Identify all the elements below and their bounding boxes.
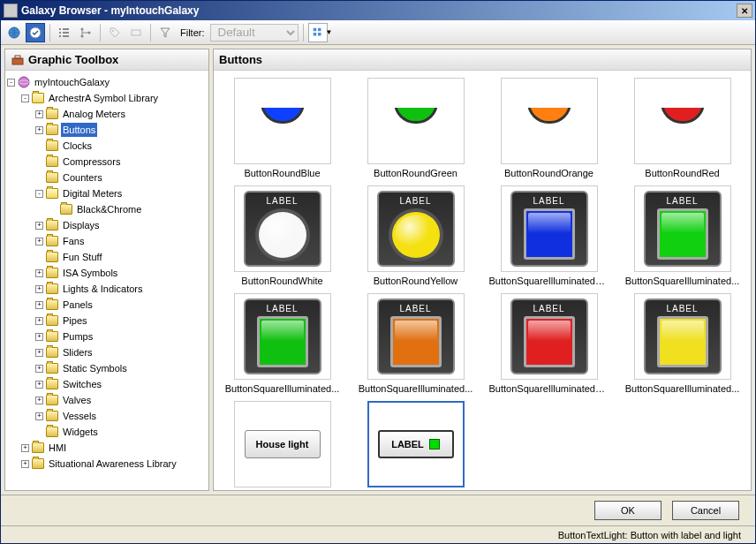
tree-header: Graphic Toolbox: [5, 49, 208, 71]
thumbnail-item[interactable]: LABELButtonRoundWhite: [217, 185, 347, 286]
toolbar-tree-icon[interactable]: [76, 23, 95, 42]
tree-item[interactable]: +HMI: [7, 440, 207, 456]
tree-expander[interactable]: +: [35, 333, 43, 341]
tree-item[interactable]: +Lights & Indicators: [7, 281, 207, 297]
tree-expander[interactable]: +: [35, 269, 43, 277]
tree-item[interactable]: +Pumps: [7, 329, 207, 344]
folder-icon: [46, 331, 58, 342]
tree-view[interactable]: -myIntouchGalaxy-ArchestrA Symbol Librar…: [5, 71, 208, 490]
close-button[interactable]: ✕: [737, 4, 752, 18]
toolbar-check-icon[interactable]: [26, 23, 45, 42]
tree-item[interactable]: +Fans: [7, 233, 207, 249]
tree-expander[interactable]: +: [35, 381, 43, 389]
tree-expander[interactable]: +: [35, 126, 43, 134]
toolbar-list-icon[interactable]: [55, 23, 74, 42]
folder-icon: [46, 315, 58, 326]
tree-node-label: Lights & Indicators: [61, 282, 145, 296]
tree-expander[interactable]: +: [21, 444, 29, 452]
thumbnail-item[interactable]: LABELButtonTextLight: [351, 401, 480, 490]
thumbnail-item[interactable]: ButtonRoundRed: [617, 78, 747, 178]
text-light-button: LABEL: [378, 430, 454, 458]
thumbnail-label: ButtonRoundYellow: [372, 276, 460, 286]
thumbnail-item[interactable]: ButtonRoundOrange: [484, 78, 614, 178]
tree-item[interactable]: -myIntouchGalaxy: [7, 74, 207, 90]
thumbnail-item[interactable]: LABELButtonSquareIlluminated...: [351, 293, 480, 394]
toolbar-globe-icon[interactable]: [4, 23, 24, 42]
tree-node-label: Counters: [61, 170, 104, 185]
folder-icon: [60, 204, 72, 215]
tree-item[interactable]: +Displays: [7, 217, 207, 233]
folder-icon: [46, 347, 58, 358]
tree-expander[interactable]: -: [21, 94, 29, 102]
thumbnail-item[interactable]: LABELButtonRoundYellow: [351, 185, 480, 286]
tree-expander[interactable]: +: [35, 349, 43, 357]
svg-point-11: [112, 30, 114, 32]
tree-item[interactable]: +Analog Meters: [7, 106, 207, 122]
tree-expander[interactable]: -: [7, 79, 15, 87]
dropdown-arrow-icon[interactable]: ▼: [326, 28, 333, 36]
tree-node-label: Black&Chrome: [75, 202, 143, 216]
thumbnail-item[interactable]: LABELButtonSquareIlluminated...: [617, 185, 747, 286]
tree-item[interactable]: +Situational Awareness Library: [7, 456, 207, 472]
toolbar-separator: [49, 24, 50, 42]
app-icon: [4, 4, 18, 18]
tree-expander[interactable]: +: [35, 222, 43, 230]
tree-item[interactable]: +Valves: [7, 392, 207, 408]
thumbnail-label: ButtonRoundBlue: [242, 168, 321, 178]
thumbnail-item[interactable]: ButtonRoundGreen: [351, 78, 480, 178]
tree-item[interactable]: -ArchestrA Symbol Library: [7, 90, 207, 106]
tree-expander[interactable]: +: [21, 460, 29, 468]
toolbar-filter-icon[interactable]: [155, 23, 175, 42]
tree-item[interactable]: -Digital Meters: [7, 185, 207, 201]
tree-node-label: Static Symbols: [61, 361, 129, 375]
thumbnail-label: ButtonRoundOrange: [503, 168, 595, 178]
thumbnail-label: ButtonRoundRed: [643, 168, 721, 178]
tree-item[interactable]: Counters: [7, 170, 207, 185]
filter-select[interactable]: Default: [210, 24, 299, 42]
tree-node-label: Fans: [61, 234, 86, 248]
tree-item[interactable]: +ISA Symbols: [7, 265, 207, 281]
thumbnail-item[interactable]: LABELButtonSquareIlluminated...: [617, 293, 747, 394]
toolbar-shape-icon[interactable]: [126, 23, 146, 42]
labeled-square-button: LABEL: [510, 191, 588, 267]
folder-icon: [32, 442, 44, 453]
svg-rect-15: [313, 33, 316, 36]
tree-item[interactable]: +Static Symbols: [7, 360, 207, 376]
tree-expander[interactable]: +: [35, 397, 43, 404]
tree-node-label: HMI: [47, 441, 68, 455]
cancel-button[interactable]: Cancel: [672, 501, 739, 520]
tree-item[interactable]: Fun Stuff: [7, 249, 207, 265]
thumbnail-item[interactable]: LABELButtonSquareIlluminatedRed: [484, 293, 614, 394]
tree-panel: Graphic Toolbox -myIntouchGalaxy-Archest…: [4, 49, 209, 491]
tree-node-label: ArchestrA Symbol Library: [47, 91, 160, 105]
content-panel: Buttons ButtonRoundBlueButtonRoundGreenB…: [213, 49, 752, 491]
folder-icon: [46, 252, 58, 262]
toolbar-tag-icon[interactable]: [105, 23, 125, 42]
tree-node-label: Buttons: [61, 123, 97, 137]
thumbnail-item[interactable]: LABELButtonSquareIlluminatedBlue: [484, 185, 614, 286]
tree-item[interactable]: Widgets: [7, 424, 207, 440]
tree-item[interactable]: Compressors: [7, 154, 207, 170]
thumbnail-item[interactable]: LABELButtonSquareIlluminated...: [217, 293, 347, 394]
tree-expander[interactable]: +: [35, 301, 43, 309]
tree-expander[interactable]: +: [35, 365, 43, 373]
tree-item[interactable]: +Switches: [7, 376, 207, 392]
tree-expander[interactable]: +: [35, 238, 43, 246]
tree-expander[interactable]: +: [35, 285, 43, 293]
tree-expander[interactable]: +: [35, 412, 43, 420]
thumbnail-item[interactable]: ButtonRoundBlue: [217, 78, 347, 178]
tree-expander[interactable]: +: [35, 317, 43, 325]
tree-item[interactable]: +Buttons: [7, 122, 207, 138]
tree-expander[interactable]: -: [35, 190, 43, 198]
ok-button[interactable]: OK: [594, 501, 662, 520]
toolbar-view-icon[interactable]: [308, 23, 328, 42]
tree-item[interactable]: +Panels: [7, 297, 207, 313]
tree-item[interactable]: +Sliders: [7, 344, 207, 360]
tree-expander[interactable]: +: [35, 110, 43, 118]
tree-item[interactable]: Black&Chrome: [7, 201, 207, 217]
tree-item[interactable]: +Vessels: [7, 408, 207, 424]
tree-item[interactable]: Clocks: [7, 138, 207, 154]
thumbnail-item[interactable]: House lightButtonText: [217, 401, 347, 490]
tree-item[interactable]: +Pipes: [7, 313, 207, 329]
tree-node-label: Pumps: [61, 329, 94, 344]
